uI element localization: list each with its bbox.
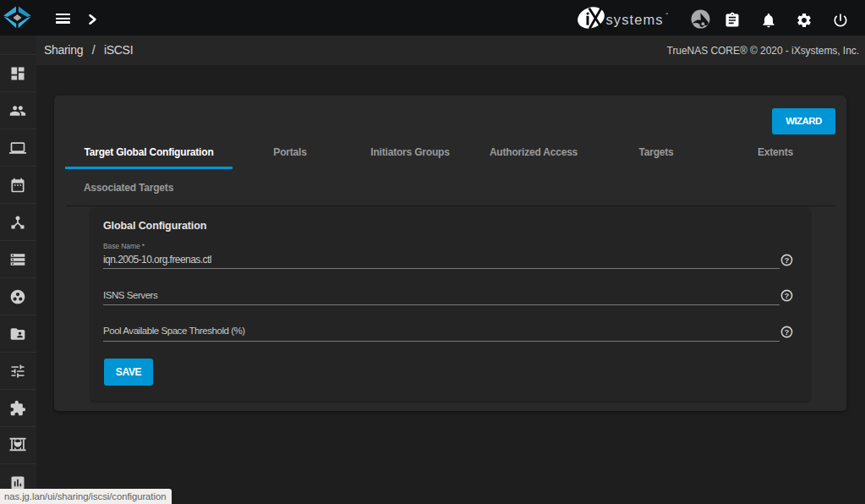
svg-text:?: ? [784, 327, 789, 337]
svg-text:?: ? [784, 291, 789, 300]
svg-text:systems: systems [606, 12, 664, 27]
svg-text:?: ? [784, 255, 789, 265]
